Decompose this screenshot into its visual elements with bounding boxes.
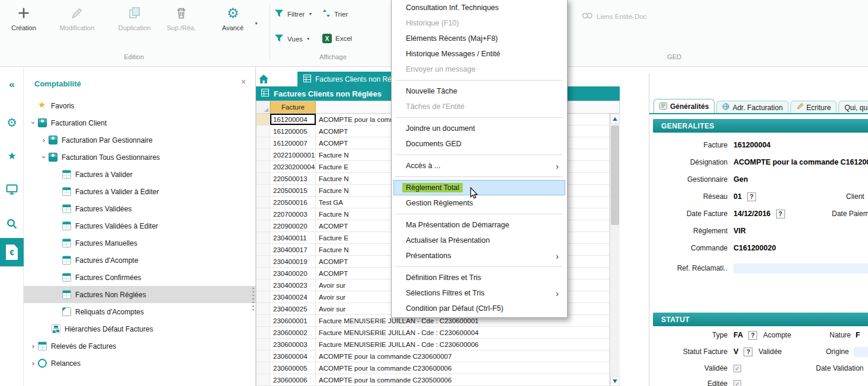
expand-arrow-icon[interactable]: [39, 136, 49, 144]
expand-arrow-icon[interactable]: [28, 359, 38, 368]
select-all-corner[interactable]: [257, 101, 270, 113]
designation-cell[interactable]: ACOMPTE pour la commande C230600006: [316, 362, 610, 374]
table-row[interactable]: 230600006 ACOMPTE pour la commande C2305…: [257, 374, 610, 386]
lookup-question-button[interactable]: ?: [748, 331, 757, 340]
tab-ecriture[interactable]: Ecriture: [790, 101, 837, 114]
suppression-button[interactable]: Sup./Réa.: [162, 5, 200, 31]
menu-item[interactable]: Envoyer un message: [393, 62, 565, 77]
lookup-question-button[interactable]: ?: [744, 348, 752, 356]
row-selector-cell[interactable]: [257, 173, 270, 184]
liens-entite-doc-button[interactable]: Liens Entité-Doc: [582, 12, 646, 21]
sidebar-tree-item[interactable]: Relances: [24, 355, 255, 372]
sidebar-tree-item[interactable]: Factures Confirmées: [24, 269, 255, 286]
sidebar-tree-item[interactable]: Factures Non Réglées: [24, 286, 255, 303]
favorites-rail-button[interactable]: ★: [0, 146, 24, 166]
menu-item[interactable]: [393, 152, 565, 158]
expand-arrow-icon[interactable]: [39, 153, 49, 162]
accounting-module-button[interactable]: €: [0, 238, 24, 266]
designation-cell[interactable]: Facture MENUISERIE JUILLAN - Cde : C2306…: [316, 339, 610, 350]
row-selector-cell[interactable]: [257, 256, 270, 267]
menu-item[interactable]: Consultation Inf. Techniques: [393, 0, 565, 15]
monitor-rail-button[interactable]: [0, 180, 24, 200]
vertical-scrollbar[interactable]: [610, 114, 620, 386]
avance-dropdown-caret-icon[interactable]: ▼: [254, 21, 258, 25]
sidebar-tree-item[interactable]: Reliquats d'Acomptes: [24, 303, 255, 320]
lookup-question-button[interactable]: ?: [747, 192, 756, 201]
sidebar-tree-item[interactable]: Factures à Valider à Editer: [24, 183, 255, 200]
tab-generalites[interactable]: Généralités: [654, 99, 715, 114]
row-selector-cell[interactable]: [257, 149, 270, 160]
row-selector-cell[interactable]: [257, 220, 270, 231]
sidebar-tree-item[interactable]: Favoris: [24, 97, 255, 114]
menu-item[interactable]: Documents GED: [393, 136, 565, 152]
table-row[interactable]: 230600005 ACOMPTE pour la commande C2306…: [257, 362, 610, 374]
menu-item[interactable]: Gestion Règlements: [393, 195, 565, 211]
table-row[interactable]: 230600004 ACOMPTE pour la commande C2306…: [257, 350, 610, 362]
facture-cell[interactable]: 230600002: [270, 327, 316, 338]
menu-item[interactable]: Historique Messages / Entité: [393, 46, 565, 62]
menu-item[interactable]: Actualiser la Présentation: [393, 233, 565, 248]
facture-cell[interactable]: 161200007: [270, 137, 316, 149]
row-selector-cell[interactable]: [257, 279, 270, 291]
menu-item[interactable]: [393, 77, 565, 83]
row-selector-cell[interactable]: [257, 303, 270, 314]
sidebar-tree-item[interactable]: Factures Manuelles: [24, 234, 255, 252]
row-selector-cell[interactable]: [257, 327, 270, 338]
menu-item[interactable]: Eléments Récents (Maj+F8): [393, 31, 565, 46]
row-selector-cell[interactable]: [257, 339, 270, 350]
row-selector-cell[interactable]: [257, 350, 270, 362]
menu-item[interactable]: Ma Présentation de Démarrage: [393, 217, 565, 233]
menu-item[interactable]: Condition par Défaut (Ctrl-F5): [393, 301, 565, 316]
expand-arrow-icon[interactable]: [28, 118, 38, 127]
facture-cell[interactable]: 230600003: [270, 339, 316, 350]
collapse-sidebar-button[interactable]: «: [0, 75, 24, 95]
menu-item[interactable]: [393, 211, 565, 217]
filtrer-button[interactable]: Filtrer ▼: [274, 9, 312, 19]
menu-item[interactable]: Nouvelle Tâche: [393, 83, 565, 99]
duplication-button[interactable]: Duplication: [109, 5, 160, 31]
facture-cell[interactable]: 230600004: [270, 350, 316, 362]
facture-cell[interactable]: 20221000001: [270, 149, 316, 160]
ref-reclamation-input[interactable]: [734, 263, 868, 274]
scrollbar-thumb[interactable]: [611, 126, 619, 225]
avance-button[interactable]: ⚙ Avancé: [214, 5, 251, 31]
row-selector-cell[interactable]: [257, 114, 270, 125]
menu-item[interactable]: [393, 263, 565, 270]
sidebar-resize-grip[interactable]: [252, 288, 254, 311]
facture-cell[interactable]: 230400017: [270, 244, 316, 255]
expand-arrow-icon[interactable]: [28, 342, 38, 350]
modification-button[interactable]: Modification: [51, 5, 103, 31]
facture-cell[interactable]: 161200005: [270, 126, 316, 137]
facture-cell[interactable]: 220500013: [270, 173, 316, 184]
row-selector-cell[interactable]: [257, 126, 270, 137]
menu-item[interactable]: Règlement Total: [393, 180, 565, 195]
menu-item[interactable]: Tâches de l'Entité: [393, 99, 565, 114]
tab-qui-quand[interactable]: Qui, quand: [838, 101, 868, 114]
facture-cell[interactable]: 230400011: [270, 232, 316, 243]
facture-cell[interactable]: 230600001: [270, 315, 316, 326]
menu-item[interactable]: Présentations: [393, 248, 565, 263]
row-selector-cell[interactable]: [257, 315, 270, 326]
facture-cell[interactable]: 230400019: [270, 256, 316, 267]
row-selector-cell[interactable]: [257, 185, 270, 196]
sidebar-tree-item[interactable]: Facturation Client: [24, 114, 255, 131]
row-selector-cell[interactable]: [257, 268, 270, 279]
designation-cell[interactable]: ACOMPTE pour la commande C230500006: [316, 374, 610, 385]
validee-checkbox[interactable]: ✓: [734, 365, 741, 372]
sidebar-tree-item[interactable]: Hiérarchies Défaut Factures: [24, 320, 255, 337]
menu-item[interactable]: Sélections Filtres et Tris: [393, 285, 565, 301]
editee-checkbox[interactable]: ✓: [734, 380, 741, 386]
facture-cell[interactable]: 230400024: [270, 291, 316, 303]
row-selector-cell[interactable]: [257, 291, 270, 303]
trier-button[interactable]: Trier: [322, 9, 348, 19]
close-icon[interactable]: ×: [239, 77, 248, 86]
sidebar-tree-item[interactable]: Facturation Tous Gestionnaires: [24, 149, 255, 166]
settings-rail-button[interactable]: ⚙: [0, 112, 24, 133]
designation-cell[interactable]: ACOMPTE pour la commande C230600007: [316, 350, 610, 362]
row-selector-cell[interactable]: [257, 362, 270, 374]
row-selector-cell[interactable]: [257, 137, 270, 149]
facture-cell[interactable]: 220700003: [270, 208, 316, 220]
facture-cell[interactable]: 161200004: [270, 114, 316, 125]
facture-cell[interactable]: 220900020: [270, 220, 316, 231]
scroll-down-button[interactable]: [610, 376, 620, 386]
